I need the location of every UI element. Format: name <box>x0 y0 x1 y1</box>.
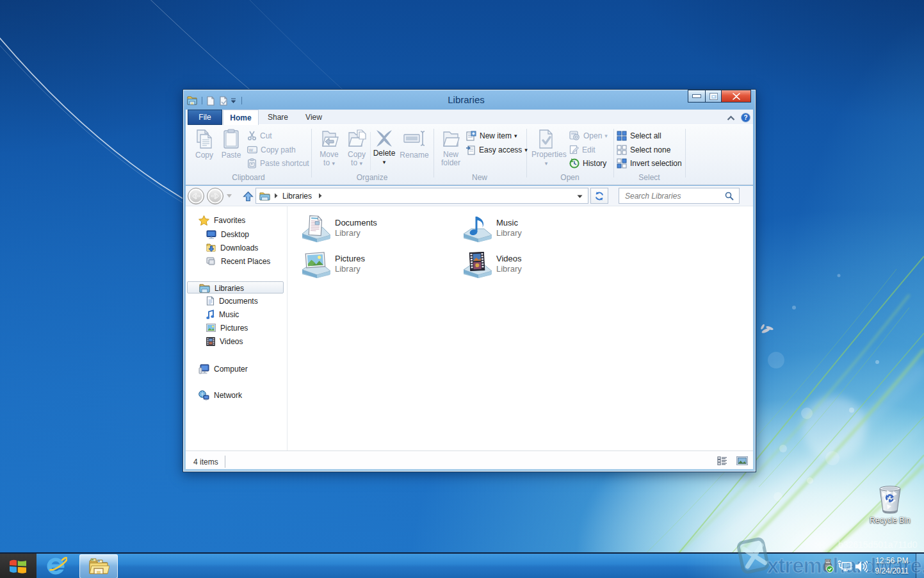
svg-text:W...: W... <box>249 148 257 153</box>
svg-text:?: ? <box>743 114 747 121</box>
